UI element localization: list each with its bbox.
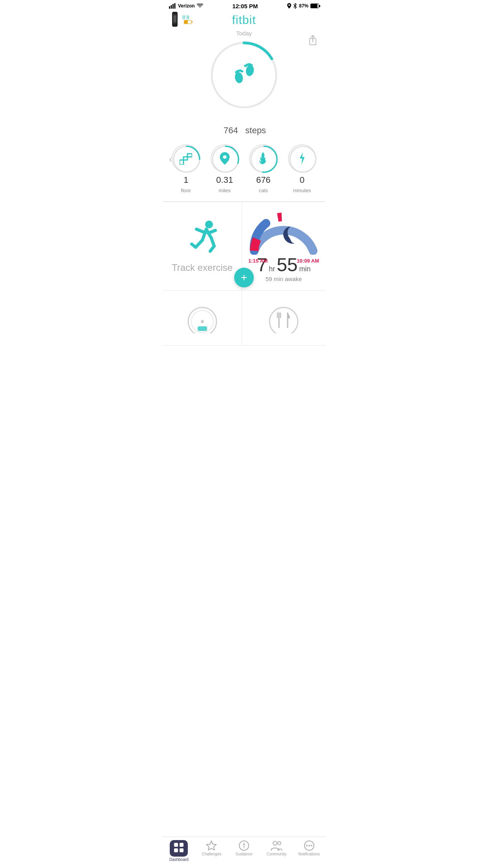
svg-text:((·)): ((·))	[182, 15, 189, 19]
bluetooth-icon	[293, 3, 297, 9]
minutes-value: 0	[300, 175, 305, 185]
floor-value: 1	[183, 175, 188, 185]
sleep-end-time: 10:09 AM	[297, 258, 319, 264]
sleep-gauge: 1:15 AM 10:09 AM	[248, 211, 319, 251]
miles-value: 0.31	[216, 175, 233, 185]
steps-count-display: 764 steps	[222, 114, 266, 138]
food-tile[interactable]	[242, 291, 325, 346]
floor-circle	[172, 144, 200, 173]
device-signal-icon: ((·))	[182, 15, 193, 24]
svg-rect-3	[174, 3, 176, 9]
sleep-hours-unit: hr	[269, 265, 275, 273]
app-header: ((·)) fitbit	[163, 11, 325, 28]
stat-cals[interactable]: 676 cals	[249, 144, 277, 193]
miles-label: miles	[219, 188, 231, 193]
date-label: Today	[163, 30, 325, 37]
steps-unit: steps	[245, 125, 266, 135]
battery-icon	[310, 4, 319, 8]
svg-point-4	[288, 4, 290, 6]
status-right: 87%	[287, 3, 319, 9]
sleep-duration: 7 hr 55 min	[257, 254, 310, 276]
wifi-icon	[197, 4, 203, 8]
svg-point-33	[205, 221, 213, 228]
signal-icon	[169, 3, 176, 9]
svg-rect-8	[174, 16, 176, 21]
svg-rect-0	[169, 6, 170, 9]
svg-point-38	[270, 307, 298, 333]
floor-label: floor	[181, 188, 191, 193]
minutes-label: minutes	[293, 188, 311, 193]
svg-point-31	[290, 146, 316, 172]
dashboard: Today ‹	[163, 30, 325, 346]
svg-rect-36	[198, 326, 207, 331]
weight-scale-icon	[187, 306, 218, 333]
sleep-hours-value: 7	[257, 254, 267, 276]
floor-arc	[172, 145, 201, 173]
sleep-awake-label: 59 min awake	[257, 276, 310, 282]
status-bar: Verizon 12:05 PM 87%	[163, 0, 325, 11]
location-icon	[287, 3, 291, 9]
miles-arc	[211, 145, 240, 173]
status-left: Verizon	[169, 3, 203, 9]
miles-circle	[211, 144, 239, 173]
svg-rect-1	[171, 5, 172, 9]
stat-floor[interactable]: 1 floor	[172, 144, 200, 193]
svg-point-37	[201, 320, 204, 323]
stats-row: 1 floor 0.31 miles	[163, 138, 325, 202]
status-time: 12:05 PM	[232, 3, 258, 9]
cals-value: 676	[256, 175, 271, 185]
add-button[interactable]: +	[234, 268, 254, 287]
carrier-label: Verizon	[178, 3, 195, 9]
weight-tile[interactable]	[163, 291, 242, 346]
sleep-minutes-value: 55	[277, 254, 297, 276]
stat-minutes[interactable]: 0 minutes	[288, 144, 316, 193]
exercise-tile[interactable]: Track exercise	[163, 202, 242, 291]
svg-point-14	[234, 72, 244, 84]
cals-arc	[250, 145, 278, 173]
steps-section: ‹	[163, 40, 325, 138]
sleep-tile[interactable]: 1:15 AM 10:09 AM 7 hr 55 min 59 min awak…	[242, 202, 325, 291]
steps-number: 764	[224, 125, 238, 135]
running-person-icon	[181, 221, 224, 256]
sleep-arc-chart	[248, 211, 319, 255]
cals-label: cals	[259, 188, 268, 193]
app-title: fitbit	[232, 13, 256, 27]
svg-rect-2	[172, 4, 174, 9]
steps-circle[interactable]	[209, 40, 279, 110]
steps-footprints-icon	[230, 61, 258, 89]
cals-circle	[249, 144, 277, 173]
minutes-arc	[289, 145, 317, 173]
sleep-minutes-unit: min	[299, 265, 311, 273]
sleep-start-time: 1:15 AM	[248, 258, 268, 264]
minutes-circle	[288, 144, 316, 173]
exercise-tile-label: Track exercise	[172, 262, 233, 273]
sleep-times: 1:15 AM 10:09 AM	[248, 258, 319, 264]
stat-miles[interactable]: 0.31 miles	[211, 144, 239, 193]
device-info: ((·))	[169, 12, 193, 27]
battery-pct-label: 87%	[299, 3, 308, 9]
food-icon	[268, 306, 299, 333]
fitbit-device-icon	[169, 12, 181, 27]
